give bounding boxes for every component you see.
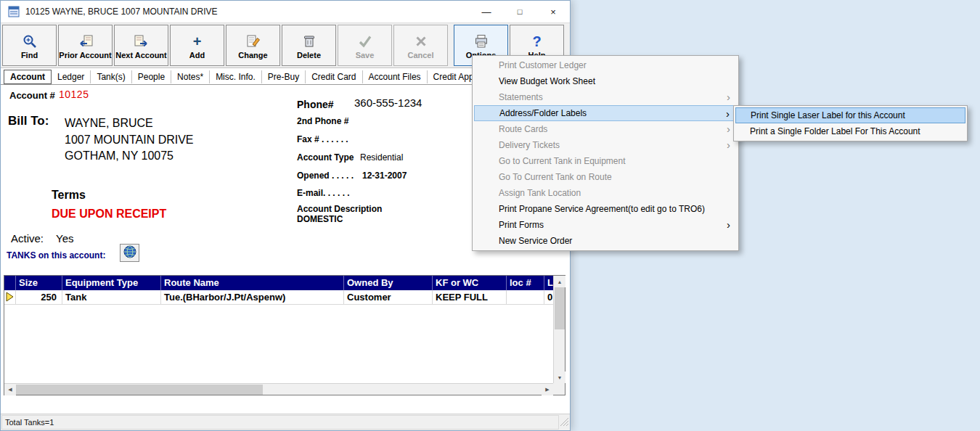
app-icon [8, 6, 20, 17]
submenu-item-print-single-folder-label[interactable]: Print a Single Folder Label For This Acc… [735, 123, 965, 139]
tanks-grid: Size Equipment Type Route Name Owned By … [4, 275, 565, 395]
cell-size[interactable]: 250 [16, 290, 62, 305]
submenu-item-print-single-laser-label[interactable]: Print Single Laser Label for this Accoun… [735, 107, 965, 123]
next-account-button-label: Next Account [115, 51, 167, 59]
col-header-equipment-type[interactable]: Equipment Type [62, 276, 161, 290]
tab-pre-buy[interactable]: Pre-Buy [262, 70, 306, 83]
tank-map-button[interactable] [120, 244, 139, 262]
tab-misc-info[interactable]: Misc. Info. [210, 70, 262, 83]
menu-item-label: Print Forms [499, 220, 544, 230]
delete-icon [301, 32, 317, 51]
menu-item-statements[interactable]: Statements › [474, 89, 737, 105]
opened-value: 12-31-2007 [362, 171, 407, 181]
menu-item-new-service-order[interactable]: New Service Order [474, 233, 737, 249]
menu-item-print-forms[interactable]: Print Forms › [474, 217, 737, 233]
menu-item-go-to-current-tank-in-equipment[interactable]: Go to Current Tank in Equipment [474, 153, 737, 169]
menu-item-label: Go to Current Tank in Equipment [499, 156, 626, 166]
change-button-label: Change [238, 51, 267, 59]
active-value: Yes [56, 232, 73, 245]
bill-to-address-line1: 1007 MOUNTAIN DRIVE [65, 134, 194, 147]
menu-item-go-to-current-tank-on-route[interactable]: Go To Current Tank on Route [474, 169, 737, 185]
save-button[interactable]: Save [338, 25, 392, 66]
menu-item-delivery-tickets[interactable]: Delivery Tickets › [474, 137, 737, 153]
menu-item-assign-tank-location[interactable]: Assign Tank Location [474, 185, 737, 201]
second-phone-label: 2nd Phone # [297, 116, 348, 126]
menu-item-address-folder-labels[interactable]: Address/Folder Labels › [474, 105, 737, 121]
close-button[interactable]: × [536, 1, 570, 22]
resize-grip[interactable] [560, 416, 569, 430]
save-icon [357, 32, 373, 51]
vertical-scrollbar-thumb[interactable] [555, 287, 565, 329]
menu-item-label: Go To Current Tank on Route [499, 172, 612, 182]
menu-item-label: Address/Folder Labels [499, 108, 587, 118]
find-button[interactable]: Find [2, 25, 57, 66]
scroll-right-button[interactable]: ▶ [542, 384, 553, 395]
prior-account-button-label: Prior Account [59, 51, 111, 59]
col-header-owned-by[interactable]: Owned By [344, 276, 433, 290]
add-button[interactable]: + Add [170, 25, 224, 66]
menu-item-label: Route Cards [499, 124, 547, 134]
scroll-left-button[interactable]: ◀ [4, 384, 16, 395]
address-folder-labels-submenu: Print Single Laser Label for this Accoun… [733, 105, 968, 141]
col-header-loc[interactable]: loc # [507, 276, 544, 290]
opened-label: Opened . . . . . [297, 171, 354, 181]
scroll-down-button[interactable]: ▼ [554, 372, 565, 383]
fax-label: Fax # . . . . . . [297, 134, 348, 144]
tab-credit-card[interactable]: Credit Card [306, 70, 362, 83]
cell-owned-by[interactable]: Customer [344, 290, 433, 305]
col-header-truncated[interactable]: L [544, 276, 553, 290]
cell-route-name[interactable]: Tue.(BHarbor/J.Pt/Aspenw) [161, 290, 344, 305]
col-header-size[interactable]: Size [16, 276, 62, 290]
horizontal-scrollbar[interactable]: ◀ ▶ [4, 383, 553, 395]
menu-item-print-propane-service-agreement[interactable]: Print Propane Service Agreement(to edit … [474, 201, 737, 217]
terms-label: Terms [52, 189, 86, 202]
menu-item-label: Print a Single Folder Label For This Acc… [750, 126, 920, 136]
cell-equipment-type[interactable]: Tank [62, 290, 161, 305]
window-title: 10125 WAYNE, BRUCE 1007 MOUNTAIN DRIVE [25, 7, 470, 17]
tab-people[interactable]: People [132, 70, 171, 83]
table-row[interactable]: 250 Tank Tue.(BHarbor/J.Pt/Aspenw) Custo… [4, 290, 553, 305]
delete-button[interactable]: Delete [282, 25, 336, 66]
row-indicator-icon [5, 292, 14, 302]
account-type-label: Account Type [297, 152, 354, 163]
bill-to-label: Bill To: [8, 114, 49, 128]
horizontal-scrollbar-thumb[interactable] [16, 385, 263, 395]
change-button[interactable]: Change [226, 25, 280, 66]
minimize-button[interactable]: — [470, 1, 503, 22]
col-header-route-name[interactable]: Route Name [161, 276, 344, 290]
email-label: E-mail. . . . . . [297, 188, 350, 198]
bill-to-address-line2: GOTHAM, NY 10075 [65, 149, 173, 163]
tab-account[interactable]: Account [4, 70, 52, 84]
cancel-button[interactable]: Cancel [393, 25, 448, 66]
next-account-button[interactable]: Next Account [114, 25, 168, 66]
scrollbar-corner [553, 383, 565, 395]
col-header-kf-or-wc[interactable]: KF or WC [433, 276, 507, 290]
submenu-arrow-icon: › [727, 121, 730, 136]
find-button-label: Find [21, 51, 38, 59]
tab-ledger[interactable]: Ledger [52, 70, 91, 83]
account-description-value: DOMESTIC [297, 214, 343, 224]
prior-account-button[interactable]: Prior Account [58, 25, 113, 66]
title-bar: 10125 WAYNE, BRUCE 1007 MOUNTAIN DRIVE —… [1, 1, 570, 22]
maximize-button[interactable]: □ [503, 1, 536, 22]
cancel-button-label: Cancel [407, 51, 433, 59]
cell-kf-or-wc[interactable]: KEEP FULL [433, 290, 507, 305]
options-icon [473, 32, 489, 51]
cell-truncated[interactable]: 0 [544, 290, 553, 305]
next-account-icon [133, 32, 150, 51]
tab-account-files[interactable]: Account Files [363, 70, 428, 83]
prior-account-icon [77, 32, 94, 51]
tanks-grid-header: Size Equipment Type Route Name Owned By … [4, 276, 553, 290]
menu-item-print-customer-ledger[interactable]: Print Customer Ledger [474, 57, 737, 73]
vertical-scrollbar[interactable]: ▲ ▼ [553, 276, 565, 383]
menu-item-view-budget-work-sheet[interactable]: View Budget Work Sheet [474, 73, 737, 89]
status-text: Total Tanks=1 [1, 415, 559, 430]
menu-item-label: Assign Tank Location [499, 188, 581, 198]
account-description-label: Account Description [297, 204, 382, 214]
tab-notes[interactable]: Notes* [171, 70, 210, 83]
scroll-up-button[interactable]: ▲ [554, 276, 565, 287]
cell-loc[interactable] [507, 290, 544, 305]
menu-item-route-cards[interactable]: Route Cards › [474, 121, 737, 137]
desktop: 10125 WAYNE, BRUCE 1007 MOUNTAIN DRIVE —… [0, 0, 980, 431]
tab-tanks[interactable]: Tank(s) [91, 70, 131, 83]
